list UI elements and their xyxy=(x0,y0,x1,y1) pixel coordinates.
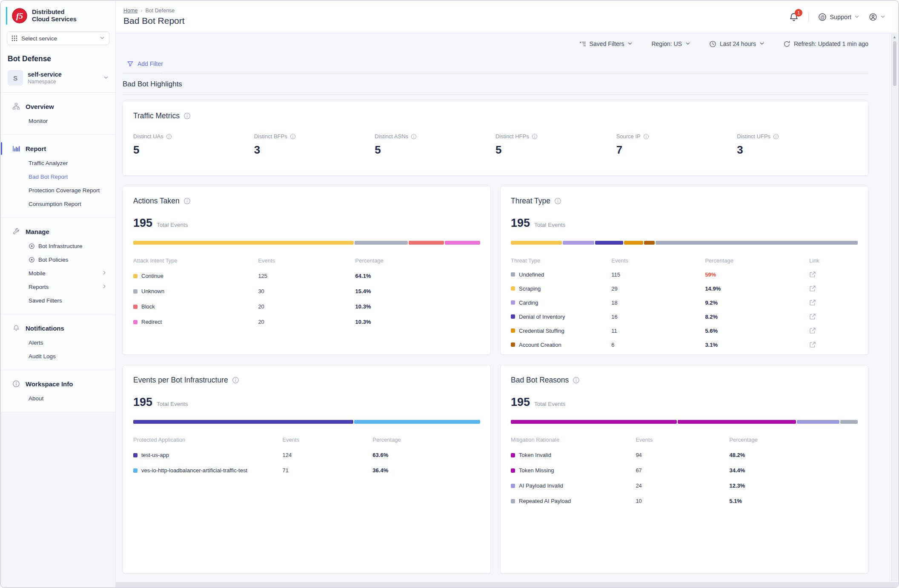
sidebar-item-bot-infrastructure[interactable]: Bot Infrastructure xyxy=(1,239,115,253)
clock-icon xyxy=(709,40,716,48)
scroll-up-arrow[interactable]: ▲ xyxy=(892,34,897,40)
sidebar-item-monitor[interactable]: Monitor xyxy=(1,114,115,128)
breadcrumb-separator: › xyxy=(140,8,142,14)
refresh-button[interactable]: Refresh: Updated 1 min ago xyxy=(783,40,868,48)
info-icon[interactable] xyxy=(183,197,191,205)
info-icon[interactable] xyxy=(573,377,580,384)
sidebar-item-bot-policies[interactable]: Bot Policies xyxy=(1,253,115,266)
vertical-scroll-thumb[interactable] xyxy=(893,41,896,86)
external-link-icon[interactable] xyxy=(809,327,858,334)
info-icon[interactable] xyxy=(183,112,191,120)
row-percentage: 64.1% xyxy=(355,273,480,279)
panel-title: Events per Bot Infrastructure xyxy=(133,376,228,385)
info-icon[interactable] xyxy=(411,134,417,140)
panels-grid: Actions Taken 195 Total EventsAttack Int… xyxy=(123,186,868,574)
active-indicator xyxy=(1,100,2,113)
row-events: 67 xyxy=(636,467,729,474)
horizontal-scrollbar[interactable] xyxy=(116,582,898,587)
row-label: Repeated AI Payload xyxy=(519,498,571,504)
stacked-bar xyxy=(511,241,858,245)
row-percentage: 14.9% xyxy=(705,285,809,292)
table-row: Denial of Inventory168.2% xyxy=(511,313,858,320)
legend-chip xyxy=(133,468,137,473)
sidebar-item-audit-logs[interactable]: Audit Logs xyxy=(1,349,115,363)
info-icon[interactable] xyxy=(532,134,538,140)
sidebar-footer xyxy=(1,412,115,587)
vertical-scrollbar[interactable]: ▲ xyxy=(891,34,897,581)
external-link-icon[interactable] xyxy=(809,341,858,348)
info-icon[interactable] xyxy=(773,134,779,140)
sidebar-item-consumption-report[interactable]: Consumption Report xyxy=(1,197,115,211)
legend-chip xyxy=(511,343,515,347)
panel-threat-type: Threat Type 195 Total EventsThreat TypeE… xyxy=(500,186,868,355)
external-link-icon[interactable] xyxy=(809,313,858,320)
bar-segment xyxy=(595,241,623,245)
sidebar-section-report[interactable]: Report xyxy=(1,141,115,156)
breadcrumb-home-link[interactable]: Home xyxy=(123,8,137,14)
grid-icon xyxy=(11,35,17,41)
sidebar-item-about[interactable]: About xyxy=(1,391,115,405)
notifications-bell-button[interactable]: 1 xyxy=(789,12,799,22)
sidebar-nav: OverviewMonitor ReportTraffic AnalyzerBa… xyxy=(1,92,115,412)
bar-segment xyxy=(133,241,354,245)
panel-bad-bot-reasons: Bad Bot Reasons 195 Total EventsMitigati… xyxy=(500,365,868,574)
sidebar-section-notifications[interactable]: Notifications xyxy=(1,320,115,336)
legend-chip xyxy=(511,314,515,319)
table-header: Protected ApplicationEventsPercentage xyxy=(133,437,480,443)
sidebar-item-mobile[interactable]: Mobile xyxy=(1,266,115,280)
sidebar-item-traffic-analyzer[interactable]: Traffic Analyzer xyxy=(1,156,115,170)
info-icon[interactable] xyxy=(290,134,296,140)
select-service-label: Select service xyxy=(21,35,57,42)
account-menu[interactable] xyxy=(869,13,885,21)
external-link-icon[interactable] xyxy=(809,271,858,278)
sidebar-item-reports[interactable]: Reports xyxy=(1,280,115,294)
sidebar-item-protection-coverage-report[interactable]: Protection Coverage Report xyxy=(1,183,115,197)
row-percentage: 8.2% xyxy=(705,314,809,320)
metric-value: 7 xyxy=(616,143,737,157)
sidebar-item-saved-filters[interactable]: Saved Filters xyxy=(1,294,115,307)
support-menu[interactable]: @ Support xyxy=(818,13,859,21)
namespace-name: self-service xyxy=(28,71,62,78)
total-events-label: Total Events xyxy=(534,222,566,228)
sidebar-section-overview[interactable]: Overview xyxy=(1,99,115,114)
add-filter-button[interactable]: Add Filter xyxy=(123,54,163,73)
total-events-value: 195 xyxy=(511,217,530,230)
sidebar-section-manage[interactable]: Manage xyxy=(1,224,115,239)
time-range-dropdown[interactable]: Last 24 hours xyxy=(709,40,764,48)
external-link-icon[interactable] xyxy=(809,285,858,292)
select-service-dropdown[interactable]: Select service xyxy=(7,31,109,45)
sidebar-section-workspace-info[interactable]: Workspace Info xyxy=(1,376,115,391)
row-label: Redirect xyxy=(141,319,162,325)
metric-value: 3 xyxy=(254,143,375,157)
row-label: Token Missing xyxy=(519,467,554,474)
bar-segment xyxy=(511,241,562,245)
saved-filters-dropdown[interactable]: Saved Filters xyxy=(579,40,633,48)
sidebar-item-alerts[interactable]: Alerts xyxy=(1,336,115,349)
panel-actions-taken: Actions Taken 195 Total EventsAttack Int… xyxy=(123,186,491,355)
namespace-selector[interactable]: S self-service Namespace xyxy=(1,66,115,92)
external-link-icon[interactable] xyxy=(809,299,858,306)
sidebar-item-bad-bot-report[interactable]: Bad Bot Report xyxy=(1,170,115,183)
row-events: 10 xyxy=(636,498,729,504)
sidebar: f5 Distributed Cloud Services Select ser… xyxy=(1,1,116,587)
info-icon[interactable] xyxy=(554,197,561,205)
legend-chip xyxy=(511,453,515,457)
row-percentage: 36.4% xyxy=(372,467,480,474)
row-percentage: 3.1% xyxy=(705,342,809,348)
table-row: Carding189.2% xyxy=(511,299,858,306)
row-events: 18 xyxy=(611,300,705,306)
total-events-label: Total Events xyxy=(157,222,188,228)
breadcrumb: Home › Bot Defense xyxy=(123,8,185,14)
table-row: Token Invalid9448.2% xyxy=(511,452,858,458)
table-row: Token Missing6734.4% xyxy=(511,467,858,474)
info-icon[interactable] xyxy=(166,134,172,140)
metric-distinct-uas: Distinct UAs 5 xyxy=(133,133,254,157)
total-events-value: 195 xyxy=(511,396,530,409)
workspace-title: Bot Defense xyxy=(1,51,115,66)
info-icon[interactable] xyxy=(643,134,649,140)
row-percentage: 15.4% xyxy=(355,288,480,294)
filter-band: Add Filter xyxy=(123,54,868,74)
info-icon[interactable] xyxy=(232,377,239,384)
region-dropdown[interactable]: Region: US xyxy=(651,40,690,47)
bar-segment xyxy=(511,420,677,424)
